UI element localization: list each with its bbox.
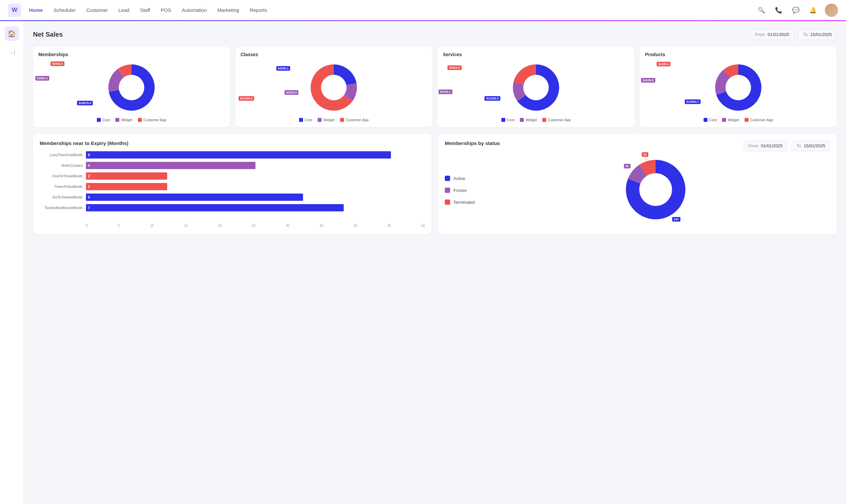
donut-label-3-1: $4189.8: [641, 78, 655, 83]
sidebar: 🏠 →|: [0, 21, 24, 504]
bar-fill: 2: [86, 173, 167, 180]
legend-item-0-2: Customer App: [138, 118, 166, 122]
bar-axis-label: 10: [150, 224, 154, 228]
donut-label-2-2: $4515.5: [447, 66, 462, 70]
bar-value: 6: [88, 195, 90, 199]
bar-track: 7: [86, 204, 425, 211]
bar-axis-label: 25: [252, 224, 255, 228]
bar-label: SixToTwelveMonth: [40, 195, 83, 199]
phone-icon[interactable]: 📞: [773, 5, 784, 16]
bar-value: 9: [88, 153, 90, 157]
donut-wrapper-1: $4296.1$2535.8$12396.5: [241, 61, 427, 114]
bar-row: OneToThreeMonth2: [40, 173, 425, 180]
nav-marketing[interactable]: Marketing: [217, 7, 239, 13]
status-donut-wrapper: 2473023: [481, 157, 830, 224]
navbar-actions: 🔍 📞 💬 🔔: [756, 4, 838, 17]
legend-item-1-0: Core: [299, 118, 313, 122]
chart-card-0: Memberships$15678.4$3855.3$2842.6CoreWid…: [33, 47, 230, 127]
expiry-card: Memberships near to Expiry (Months) Less…: [33, 134, 431, 234]
status-dot-1: [445, 187, 450, 193]
legend-item-3-2: Customer App: [744, 118, 773, 122]
from-date-value: 01/01/2025: [768, 32, 789, 37]
status-from-date: 01/01/2025: [761, 143, 782, 148]
bar-track: 2: [86, 183, 425, 190]
legend-item-3-1: Widget: [722, 118, 739, 122]
nav-home[interactable]: Home: [29, 7, 43, 13]
legend-1: CoreWidgetCustomer App: [241, 118, 427, 122]
nav-scheduler[interactable]: Scheduler: [54, 7, 76, 13]
nav-pos[interactable]: POS: [161, 7, 171, 13]
legend-item-3-0: Core: [704, 118, 717, 122]
bar-fill: 4: [86, 162, 255, 169]
bar-label: TwelveAndAboveMonth: [40, 206, 83, 210]
to-label: To: [803, 32, 808, 37]
bar-axis-label: 5: [118, 224, 120, 228]
user-avatar[interactable]: [825, 4, 838, 17]
search-icon[interactable]: 🔍: [756, 5, 767, 16]
bell-icon[interactable]: 🔔: [808, 5, 818, 16]
bar-fill: 7: [86, 204, 344, 211]
bar-label: OneToThreeMonth: [40, 174, 83, 178]
whatsapp-icon[interactable]: 💬: [791, 5, 801, 16]
status-donut-svg-wrapper: 2473023: [622, 157, 689, 224]
status-legend-item-0: Active: [445, 176, 475, 181]
bar-value: 2: [88, 185, 90, 188]
nav-automation[interactable]: Automation: [182, 7, 207, 13]
status-value-label-1: 30: [624, 164, 631, 168]
status-to-date: 15/01/2025: [804, 143, 825, 148]
charts-grid: Memberships$15678.4$3855.3$2842.6CoreWid…: [33, 47, 837, 127]
donut-label-1-1: $2535.8: [284, 90, 299, 95]
status-legend-label-2: Terminated: [453, 200, 475, 205]
bar-row: TwelveAndAboveMonth7: [40, 204, 425, 211]
donut-label-0-1: $3855.3: [35, 76, 50, 80]
nav-lead[interactable]: Lead: [118, 7, 129, 13]
bar-row: LessThenOneMonth9: [40, 151, 425, 159]
main-layout: 🏠 →| Net Sales From 01/01/2025 To 15/01/…: [0, 21, 846, 504]
legend-3: CoreWidgetCustomer App: [645, 118, 831, 122]
expiry-bar-chart: LessThenOneMonth9NotInContact4OneToThree…: [40, 151, 425, 221]
legend-item-2-1: Widget: [520, 118, 537, 122]
legend-item-2-0: Core: [501, 118, 515, 122]
status-dot-2: [445, 199, 450, 205]
bar-fill: 9: [86, 151, 391, 159]
sidebar-collapse[interactable]: →|: [5, 48, 19, 58]
nav-staff[interactable]: Staff: [140, 7, 151, 13]
donut-label-3-2: $2285.4: [657, 62, 671, 66]
bar-fill: 2: [86, 183, 167, 190]
legend-2: CoreWidgetCustomer App: [443, 118, 629, 122]
bar-value: 2: [88, 174, 90, 178]
bar-axis-label: 45: [387, 224, 391, 228]
to-date-value: 15/01/2025: [810, 32, 832, 37]
bar-axis: 05101520253035404550: [86, 224, 425, 228]
bar-track: 6: [86, 194, 425, 201]
bar-label: ThreeToSixMonth: [40, 185, 83, 188]
donut-label-1-0: $4296.1: [276, 66, 290, 71]
date-range: From 01/01/2025 To 15/01/2025: [750, 29, 837, 40]
nav-reports[interactable]: Reports: [250, 7, 267, 13]
navbar: W Home Scheduler Customer Lead Staff POS…: [0, 0, 846, 21]
bar-fill: 6: [86, 194, 303, 201]
app-logo[interactable]: W: [8, 4, 21, 17]
legend-item-2-2: Customer App: [542, 118, 571, 122]
status-date-range: From 01/01/2025 To 15/01/2025: [743, 140, 830, 151]
status-from-field[interactable]: From 01/01/2025: [743, 140, 788, 151]
expiry-title: Memberships near to Expiry (Months): [40, 140, 425, 146]
legend-0: CoreWidgetCustomer App: [38, 118, 225, 122]
status-from-label: From: [748, 143, 758, 148]
bar-value: 7: [88, 206, 90, 210]
from-date-field[interactable]: From 01/01/2025: [750, 29, 794, 40]
net-sales-header: Net Sales From 01/01/2025 To 15/01/2025: [33, 29, 837, 40]
status-section: ActiveFrozenTerminated 2473023: [445, 157, 830, 224]
to-date-field[interactable]: To 15/01/2025: [798, 29, 837, 40]
status-to-field[interactable]: To 15/01/2025: [792, 140, 830, 151]
from-label: From: [755, 32, 765, 37]
nav-customer[interactable]: Customer: [86, 7, 108, 13]
bar-row: NotInContact4: [40, 162, 425, 169]
sidebar-home[interactable]: 🏠: [5, 26, 19, 41]
bar-row: ThreeToSixMonth2: [40, 183, 425, 190]
donut-label-0-0: $15678.4: [77, 101, 93, 105]
bar-axis-label: 50: [421, 224, 425, 228]
donut-label-2-1: $2784.1: [439, 90, 453, 94]
legend-item-0-0: Core: [97, 118, 110, 122]
bar-label: NotInContact: [40, 163, 83, 167]
